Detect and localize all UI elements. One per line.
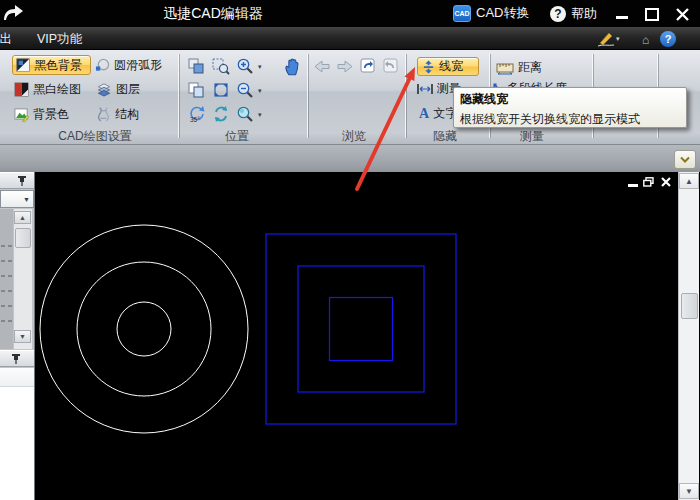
- mdi-restore-button[interactable]: [642, 176, 655, 187]
- position-group-label: 位置: [197, 128, 277, 141]
- close-icon: [676, 8, 689, 21]
- back-button[interactable]: [313, 58, 331, 75]
- mini-scroll-down-button[interactable]: ▼: [14, 330, 31, 343]
- mini-scroll-up-button[interactable]: ▲: [14, 211, 31, 224]
- distance-button[interactable]: 距离: [496, 59, 542, 76]
- zoom-scale-button[interactable]: ▾: [236, 105, 262, 123]
- dock-panel-header[interactable]: [0, 172, 34, 189]
- cad-canvas[interactable]: [36, 172, 678, 500]
- scroll-thumb[interactable]: [681, 293, 698, 319]
- zoom-out-caret-icon[interactable]: ▾: [258, 87, 262, 94]
- back-arrow-icon: [313, 58, 331, 75]
- distance-label: 距离: [518, 59, 542, 76]
- collapse-ribbon-button[interactable]: [674, 150, 696, 169]
- black-background-icon: [16, 58, 30, 72]
- help-label: 帮助: [571, 5, 597, 23]
- zoom-window-icon: [212, 57, 230, 75]
- zoom-extents-icon: [212, 81, 230, 99]
- canvas-square[interactable]: [266, 234, 456, 424]
- list-item-dash: [1, 305, 13, 307]
- black-background-button[interactable]: 黑色背景: [12, 55, 91, 75]
- menu-item-export[interactable]: 输出: [0, 31, 12, 48]
- pan-button[interactable]: [283, 55, 304, 76]
- rotate-view-button[interactable]: 35°: [187, 105, 206, 123]
- canvas-circle[interactable]: [40, 225, 248, 433]
- layers-icon: [96, 82, 112, 97]
- close-button[interactable]: [672, 5, 692, 23]
- forward-button[interactable]: [336, 58, 354, 75]
- smooth-arc-button[interactable]: 圆滑弧形: [95, 57, 162, 74]
- pan-hand-icon: [283, 55, 304, 76]
- pin-icon[interactable]: [17, 175, 27, 187]
- cad-logo-icon: CAD: [453, 5, 471, 22]
- window-title: 迅捷CAD编辑器: [128, 5, 298, 23]
- redo-button[interactable]: [382, 57, 399, 74]
- zoom-extents-button[interactable]: [212, 81, 230, 99]
- zoom-scale-caret-icon[interactable]: ▾: [258, 111, 262, 118]
- mdi-minimize-button[interactable]: [626, 178, 639, 189]
- zoom-out-icon: [236, 81, 254, 99]
- rotate-caption: 35°: [190, 116, 200, 123]
- layers-button[interactable]: 图层: [96, 81, 140, 98]
- minimize-icon: [616, 8, 628, 20]
- bw-drawing-icon: [14, 82, 29, 97]
- title-bar: 迅捷CAD编辑器 CAD CAD转换 ? 帮助: [0, 0, 700, 27]
- home-icon[interactable]: ⌂: [642, 33, 649, 47]
- regen-icon: [212, 105, 230, 123]
- canvas-square[interactable]: [298, 266, 424, 392]
- vertical-scrollbar: ▲ ▼: [678, 172, 699, 500]
- dock-list: ▲ ▼: [0, 209, 34, 349]
- mdi-minimize-icon: [628, 179, 638, 188]
- copy-position-icon: [187, 81, 205, 99]
- forward-arrow-icon: [336, 58, 354, 75]
- quick-help-button[interactable]: ?: [660, 31, 676, 47]
- scroll-down-button[interactable]: ▼: [679, 483, 699, 499]
- hide-measure-icon: [417, 83, 433, 95]
- mdi-restore-icon: [643, 177, 654, 187]
- combo-caret-icon: ▼: [23, 196, 30, 203]
- cad-convert-button[interactable]: CAD CAD转换: [453, 4, 529, 22]
- maximize-button[interactable]: [642, 5, 662, 23]
- background-color-icon: [14, 107, 29, 122]
- canvas-circle[interactable]: [117, 302, 171, 356]
- tooltip-title: 隐藏线宽: [460, 91, 680, 108]
- group-separator: [307, 54, 309, 138]
- rotate-view-icon: 35°: [187, 105, 206, 123]
- canvas-circle[interactable]: [77, 262, 211, 396]
- canvas-square[interactable]: [330, 298, 393, 361]
- menu-item-vip[interactable]: VIP功能: [37, 31, 82, 48]
- zoom-in-caret-icon[interactable]: ▾: [258, 63, 262, 70]
- redo-icon: [382, 57, 399, 74]
- hide-text-button[interactable]: A 文字: [419, 105, 457, 122]
- line-width-button[interactable]: 线宽: [417, 57, 479, 76]
- regen-button[interactable]: [212, 105, 230, 123]
- structure-button[interactable]: 结构: [96, 106, 139, 123]
- zoom-out-button[interactable]: ▾: [236, 81, 262, 99]
- mdi-close-button[interactable]: [659, 176, 672, 187]
- help-button[interactable]: ? 帮助: [550, 5, 597, 23]
- zoom-in-button[interactable]: ▾: [236, 57, 262, 75]
- structure-icon: [96, 107, 111, 122]
- bw-drawing-button[interactable]: 黑白绘图: [14, 81, 81, 98]
- mini-scroll-thumb[interactable]: [15, 228, 31, 248]
- zoom-window-button[interactable]: [212, 57, 230, 75]
- dock-panel2-header-row: [0, 368, 34, 387]
- undo-button[interactable]: [359, 57, 376, 74]
- list-item-dash: [1, 275, 13, 277]
- draw-order-button[interactable]: [187, 57, 205, 75]
- scroll-up-button[interactable]: ▲: [679, 173, 699, 189]
- background-color-button[interactable]: 背景色: [14, 106, 69, 123]
- pin-icon[interactable]: [11, 353, 21, 365]
- signature-button[interactable]: ▾: [596, 30, 620, 47]
- quick-access-redo-icon[interactable]: [2, 4, 24, 22]
- measure-group-label: 测量: [492, 128, 572, 141]
- signature-caret-icon: ▾: [616, 35, 620, 42]
- copy-position-button[interactable]: [187, 81, 205, 99]
- dock-panel2-header[interactable]: [0, 350, 34, 367]
- left-dock-panel: ▼ ▲ ▼: [0, 172, 35, 500]
- dock-combo-box[interactable]: ▼: [0, 190, 34, 208]
- line-width-icon: [422, 60, 435, 74]
- list-item-dash: [1, 320, 13, 322]
- minimize-button[interactable]: [612, 5, 632, 23]
- line-width-label: 线宽: [439, 58, 463, 75]
